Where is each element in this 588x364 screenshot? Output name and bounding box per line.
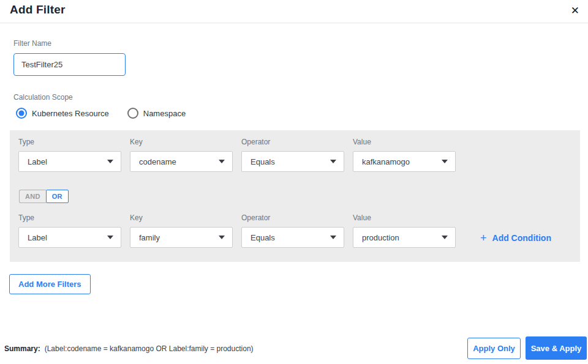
dialog-title: Add Filter: [10, 3, 66, 17]
type-label: Type: [18, 138, 121, 146]
condition-1-value-dropdown[interactable]: kafkanamogo: [353, 151, 456, 172]
add-condition-button[interactable]: + Add Condition: [480, 232, 551, 243]
chevron-down-icon: [219, 236, 225, 239]
operator-label: Operator: [241, 138, 344, 146]
radio-option-kubernetes-resource[interactable]: Kubernetes Resource: [16, 108, 109, 119]
dropdown-value: Equals: [251, 233, 275, 242]
conditions-panel: Type Label Key codename Operator Equals: [10, 130, 580, 262]
dropdown-value: production: [362, 233, 399, 242]
chevron-down-icon: [107, 160, 113, 163]
dropdown-value: family: [139, 233, 160, 242]
condition-2-type-field: Type Label: [18, 214, 121, 248]
radio-option-label: Kubernetes Resource: [32, 109, 109, 118]
calculation-scope-label: Calculation Scope: [13, 93, 73, 102]
condition-row-1: Type Label Key codename Operator Equals: [18, 138, 456, 172]
radio-unselected-icon: [127, 108, 138, 119]
dropdown-value: Equals: [251, 157, 275, 166]
condition-1-value-field: Value kafkanamogo: [353, 138, 456, 172]
key-label: Key: [130, 214, 233, 222]
chevron-down-icon: [219, 160, 225, 163]
condition-2-operator-field: Operator Equals: [241, 214, 344, 248]
condition-1-key-dropdown[interactable]: codename: [130, 151, 233, 172]
condition-row-2: Type Label Key family Operator Equals: [18, 214, 551, 248]
operator-label: Operator: [241, 214, 344, 222]
summary-text: (Label:codename = kafkanamogo OR Label:f…: [45, 344, 254, 353]
dropdown-value: Label: [28, 233, 47, 242]
add-more-filters-button[interactable]: Add More Filters: [9, 274, 91, 294]
chevron-down-icon: [330, 160, 336, 163]
condition-1-key-field: Key codename: [130, 138, 233, 172]
summary: Summary:(Label:codename = kafkanamogo OR…: [4, 344, 254, 353]
condition-1-operator-field: Operator Equals: [241, 138, 344, 172]
summary-label: Summary:: [4, 344, 40, 353]
value-label: Value: [353, 138, 456, 146]
condition-2-value-dropdown[interactable]: production: [353, 227, 456, 248]
add-condition-label: Add Condition: [492, 233, 551, 243]
condition-1-type-field: Type Label: [18, 138, 121, 172]
or-toggle-button[interactable]: OR: [46, 190, 69, 203]
chevron-down-icon: [330, 236, 336, 239]
key-label: Key: [130, 138, 233, 146]
condition-1-type-dropdown[interactable]: Label: [18, 151, 121, 172]
logic-operator-toggle: AND OR: [19, 190, 69, 203]
add-filter-dialog: Add Filter ✕ Filter Name Calculation Sco…: [0, 0, 588, 364]
calculation-scope-options: Kubernetes Resource Namespace: [16, 108, 186, 119]
dropdown-value: codename: [139, 157, 176, 166]
radio-option-namespace[interactable]: Namespace: [127, 108, 186, 119]
chevron-down-icon: [442, 160, 448, 163]
condition-2-value-field: Value production: [353, 214, 456, 248]
and-toggle-button[interactable]: AND: [19, 190, 46, 203]
chevron-down-icon: [442, 236, 448, 239]
condition-2-type-dropdown[interactable]: Label: [18, 227, 121, 248]
apply-only-button[interactable]: Apply Only: [467, 338, 521, 359]
condition-1-operator-dropdown[interactable]: Equals: [241, 151, 344, 172]
dropdown-value: Label: [28, 157, 47, 166]
header-divider: [0, 23, 588, 23]
radio-option-label: Namespace: [143, 109, 186, 118]
condition-2-key-field: Key family: [130, 214, 233, 248]
save-and-apply-button[interactable]: Save & Apply: [526, 336, 587, 360]
dropdown-value: kafkanamogo: [362, 157, 410, 166]
filter-name-input[interactable]: [13, 53, 126, 76]
value-label: Value: [353, 214, 456, 222]
close-icon[interactable]: ✕: [566, 3, 584, 18]
condition-2-operator-dropdown[interactable]: Equals: [241, 227, 344, 248]
filter-name-label: Filter Name: [13, 39, 51, 48]
plus-icon: +: [480, 232, 487, 243]
radio-selected-icon: [16, 108, 27, 119]
chevron-down-icon: [107, 236, 113, 239]
type-label: Type: [18, 214, 121, 222]
condition-2-key-dropdown[interactable]: family: [130, 227, 233, 248]
